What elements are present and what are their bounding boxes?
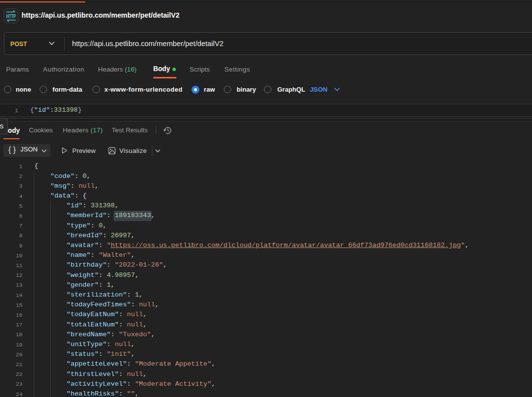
svg-text:HTTP: HTTP [6,14,16,19]
